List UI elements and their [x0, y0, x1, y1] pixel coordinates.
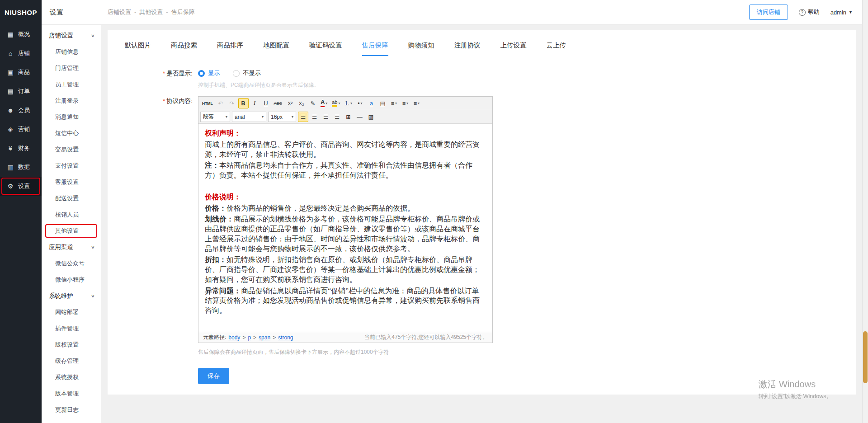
nav-item-shop[interactable]: ⌂ 店铺 [0, 44, 42, 63]
submenu-item-other-settings[interactable]: 其他设置 ∨ [42, 223, 101, 239]
submenu-item-customer-service[interactable]: 客服设置 ∨ [42, 174, 101, 190]
tab-goods-sort[interactable]: 商品排序 [217, 41, 243, 56]
visit-shop-button[interactable]: 访问店铺 [749, 5, 788, 20]
submenu-item-store-management[interactable]: 门店管理 ∨ [42, 60, 101, 76]
nav-item-orders[interactable]: ▤ 订单 [0, 82, 42, 101]
save-button[interactable]: 保存 [198, 368, 229, 384]
italic-button[interactable]: I [250, 98, 260, 108]
align-justify-button[interactable]: ☰ [332, 112, 342, 122]
nav-item-goods[interactable]: ▣ 商品 [0, 63, 42, 82]
submenu-item-label: 店铺信息 [55, 48, 79, 56]
font-color-button[interactable]: A [319, 98, 329, 108]
ordered-list-button[interactable]: 1. [343, 98, 354, 108]
align-right-button[interactable]: ☰ [321, 112, 331, 122]
submenu-item-system-license[interactable]: 系统授权 ∨ [42, 369, 101, 385]
nav-item-overview[interactable]: ▦ 概况 [0, 25, 42, 44]
submenu-item-version-management[interactable]: 版本管理 ∨ [42, 385, 101, 402]
nav-item-members[interactable]: ☻ 会员 [0, 101, 42, 120]
tab-after-sale[interactable]: 售后保障 [362, 41, 388, 56]
image-button[interactable]: ▨ [366, 112, 376, 122]
submenu-item-label: 注册登录 [55, 97, 79, 105]
tab-default-image[interactable]: 默认图片 [125, 41, 151, 56]
font-select[interactable]: arial ▾ [232, 112, 266, 122]
submenu-item-changelog[interactable]: 更新日志 ∨ [42, 402, 101, 418]
nav-item-marketing[interactable]: ◈ 营销 [0, 120, 42, 139]
help-button[interactable]: ? 帮助 [799, 8, 820, 16]
submenu-item-label: 微信小程序 [55, 276, 85, 284]
submenu-item-cache-management[interactable]: 缓存管理 ∨ [42, 353, 101, 369]
align-left-button[interactable]: ☰ [298, 112, 308, 122]
submenu-item-verification-staff[interactable]: 核销人员 ∨ [42, 207, 101, 223]
underline-button[interactable]: U [261, 98, 271, 108]
size-select[interactable]: 16px ▾ [268, 112, 296, 122]
path-link[interactable]: p [248, 334, 256, 341]
editor-content[interactable]: 权利声明： 商城上的所有商品信息、客户评价、商品咨询、网友讨论等内容，是商城重要… [198, 124, 492, 332]
indent-dropdown-button[interactable]: ≡ [400, 98, 410, 108]
bold-button[interactable]: B [238, 98, 249, 108]
tab-map-config[interactable]: 地图配置 [263, 41, 289, 56]
user-menu[interactable]: admin ▼ [830, 9, 853, 16]
undo-button[interactable]: ↶ [216, 98, 226, 108]
submenu-group-app-channel[interactable]: 应用渠道 ∨ [42, 239, 101, 255]
strikethrough-button[interactable]: ABC [272, 98, 284, 108]
line-height-button[interactable]: ≡ [411, 98, 422, 108]
submenu-item-register-login[interactable]: 注册登录 ∨ [42, 93, 101, 109]
rich-text-editor: HTML ↶ ↷ B I [198, 96, 493, 343]
submenu-item-plugin-management[interactable]: 插件管理 ∨ [42, 320, 101, 337]
path-link[interactable]: span [259, 334, 276, 341]
nav-item-data[interactable]: ▥ 数据 [0, 158, 42, 177]
submenu-item-payment-settings[interactable]: 支付设置 ∨ [42, 158, 101, 174]
anchor-button[interactable]: a [366, 98, 377, 108]
submenu-item-sms-center[interactable]: 短信中心 ∨ [42, 125, 101, 141]
submenu-group-system-maintenance[interactable]: 系统维护 ∨ [42, 288, 101, 304]
table-button[interactable]: ⊞ [343, 112, 354, 122]
editor-status-bar: 元素路径: body p span [198, 332, 492, 343]
breadcrumb-item[interactable]: 店铺设置 [108, 8, 136, 16]
submenu-item-message-notice[interactable]: 消息通知 ∨ [42, 109, 101, 125]
tab-register-agreement[interactable]: 注册协议 [454, 41, 481, 56]
paragraph-select[interactable]: 段落 ▾ [200, 112, 230, 122]
submenu-item-trade-settings[interactable]: 交易设置 ∨ [42, 141, 101, 158]
source-code-button[interactable]: HTML [200, 98, 215, 108]
submenu-group-shop-settings[interactable]: 店铺设置 ∨ [42, 28, 101, 44]
radio-circle-icon [198, 70, 205, 77]
tab-goods-search[interactable]: 商品搜索 [171, 41, 197, 56]
content-row: *协议内容: HTML ↶ ↷ [108, 96, 856, 343]
main-nav: ▦ 概况 ⌂ 店铺 ▣ 商品 ▤ 订单 [0, 25, 42, 196]
tab-shopping-notice[interactable]: 购物须知 [408, 41, 434, 56]
align-dropdown-button[interactable]: ≡ [389, 98, 399, 108]
remove-format-button[interactable]: ✎ [307, 98, 318, 108]
highlight-button[interactable]: ab [330, 98, 342, 108]
subscript-button[interactable]: X₂ [296, 98, 307, 108]
page-scrollbar[interactable] [862, 0, 868, 423]
scrollbar-thumb[interactable] [863, 331, 868, 383]
settings-tabs: 默认图片 商品搜索 商品排序 地图配置 验证码设置 售后保障 购物须知 [108, 30, 856, 56]
nav-item-finance[interactable]: ¥ 财务 [0, 139, 42, 158]
align-center-button[interactable]: ☰ [309, 112, 320, 122]
submenu-item-staff-management[interactable]: 员工管理 ∨ [42, 76, 101, 93]
breadcrumb-item[interactable]: 其他设置 [139, 8, 168, 16]
hr-button[interactable]: — [354, 112, 365, 122]
submenu-item-label: 系统授权 [55, 373, 79, 381]
tab-captcha-settings[interactable]: 验证码设置 [309, 41, 342, 56]
tab-cloud-upload[interactable]: 云上传 [547, 41, 566, 56]
path-link[interactable]: strong [278, 334, 293, 341]
paste-button[interactable]: ▤ [377, 98, 388, 108]
submenu-item-website-deploy[interactable]: 网站部署 ∨ [42, 304, 101, 320]
submenu-item-wechat-miniprogram[interactable]: 微信小程序 ∨ [42, 272, 101, 288]
settings-icon: ⚙ [7, 183, 14, 190]
breadcrumb-item[interactable]: 售后保障 [171, 8, 195, 16]
submenu-item-delivery-settings[interactable]: 配送设置 ∨ [42, 190, 101, 207]
radio-show[interactable]: 显示 [198, 69, 220, 77]
submenu-item-wechat-official[interactable]: 微信公众号 ∨ [42, 255, 101, 272]
submenu-item-shop-info[interactable]: 店铺信息 ∨ [42, 44, 101, 60]
submenu-item-copyright-settings[interactable]: 版权设置 ∨ [42, 337, 101, 353]
redo-button[interactable]: ↷ [227, 98, 237, 108]
unordered-list-button[interactable]: • [355, 98, 365, 108]
radio-hide[interactable]: 不显示 [233, 69, 261, 77]
path-link[interactable]: body [228, 334, 245, 341]
nav-item-settings[interactable]: ⚙ 设置 [0, 177, 42, 196]
app-root: NIUSHOP ▦ 概况 ⌂ 店铺 ▣ 商品 ▤ [0, 0, 868, 423]
tab-upload-settings[interactable]: 上传设置 [500, 41, 527, 56]
superscript-button[interactable]: X² [285, 98, 295, 108]
